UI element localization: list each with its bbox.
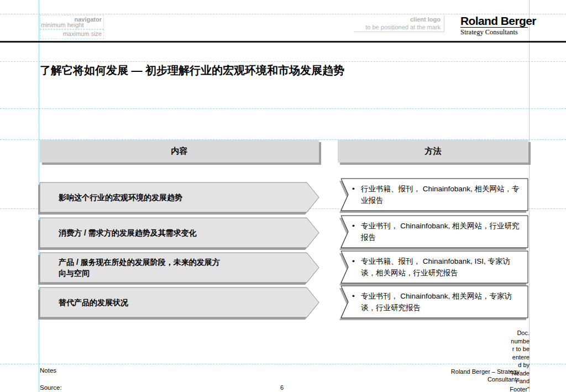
navigator-max-size-box: maximum size xyxy=(40,29,104,39)
method-box-1-label: 行业书籍、报刊， Chinainfobank, 相关网站，专业报告 xyxy=(361,183,523,206)
content-arrow-1-label: 影响这个行业的宏观环境的发展趋势 xyxy=(59,192,182,203)
header-divider-rule xyxy=(0,41,566,43)
slide-title: 了解它将如何发展 — 初步理解行业的宏观环境和市场发展趋势 xyxy=(40,63,529,77)
method-box-2: 专业书刊， Chinainfobank, 相关网站，行业研究报告 xyxy=(341,216,528,248)
content-arrow-1: 影响这个行业的宏观环境的发展趋势 xyxy=(40,182,319,212)
brand-name: Roland Berger xyxy=(460,16,528,28)
source-label: Source: xyxy=(40,384,62,391)
method-box-2-label: 专业书刊， Chinainfobank, 相关网站，行业研究报告 xyxy=(361,220,523,243)
content-arrow-2: 消费方 / 需求方的发展趋势及其需求变化 xyxy=(40,218,319,248)
doc-number-placeholder: Doc. numbe r to be entere d by "Heade r … xyxy=(504,329,530,392)
brand-tagline: Strategy Consultants xyxy=(460,28,528,36)
method-box-4-label: 专业书刊， Chinainfobank, 相关网站，专家访谈，行业研究报告 xyxy=(361,290,523,313)
method-box-4: 专业书刊， Chinainfobank, 相关网站，专家访谈，行业研究报告 xyxy=(341,286,528,318)
guide-horizontal-6 xyxy=(0,364,566,364)
client-logo-placeholder: client logo to be positioned at the mark xyxy=(354,15,444,32)
client-logo-subtitle: to be positioned at the mark xyxy=(354,23,441,31)
guide-horizontal-3 xyxy=(0,108,566,109)
content-arrow-3-label: 产品 / 服务现在所处的发展阶段，未来的发展方向与空间 xyxy=(59,257,227,279)
slide-canvas: navigator minimum height maximum size cl… xyxy=(0,0,566,392)
navigator-min-height-label: minimum height xyxy=(41,22,84,28)
column-header-method-label: 方法 xyxy=(425,146,442,156)
guide-horizontal-2 xyxy=(0,61,566,62)
content-arrow-2-label: 消费方 / 需求方的发展趋势及其需求变化 xyxy=(59,227,197,238)
content-arrow-4: 替代产品的发展状况 xyxy=(40,288,319,317)
brand-logo: Roland Berger Strategy Consultants xyxy=(460,16,528,36)
method-box-3: 专业书籍、报刊， Chinainfobank, ISI, 专家访谈，相关网站，行… xyxy=(341,251,528,283)
column-header-method: 方法 xyxy=(338,140,528,163)
client-logo-label: client logo xyxy=(354,15,441,23)
page-number: 6 xyxy=(270,384,294,391)
notes-label: Notes xyxy=(40,367,56,374)
content-arrow-3: 产品 / 服务现在所处的发展阶段，未来的发展方向与空间 xyxy=(40,253,319,283)
navigator-placeholder: navigator minimum height xyxy=(40,15,104,29)
method-box-3-label: 专业书籍、报刊， Chinainfobank, ISI, 专家访谈，相关网站，行… xyxy=(361,255,523,279)
navigator-max-size-label: maximum size xyxy=(63,30,102,37)
column-header-content-label: 内容 xyxy=(171,146,188,156)
method-box-1: 行业书籍、报刊， Chinainfobank, 相关网站，专业报告 xyxy=(341,179,528,211)
content-arrow-4-label: 替代产品的发展状况 xyxy=(59,297,128,308)
column-header-content: 内容 xyxy=(40,140,319,163)
